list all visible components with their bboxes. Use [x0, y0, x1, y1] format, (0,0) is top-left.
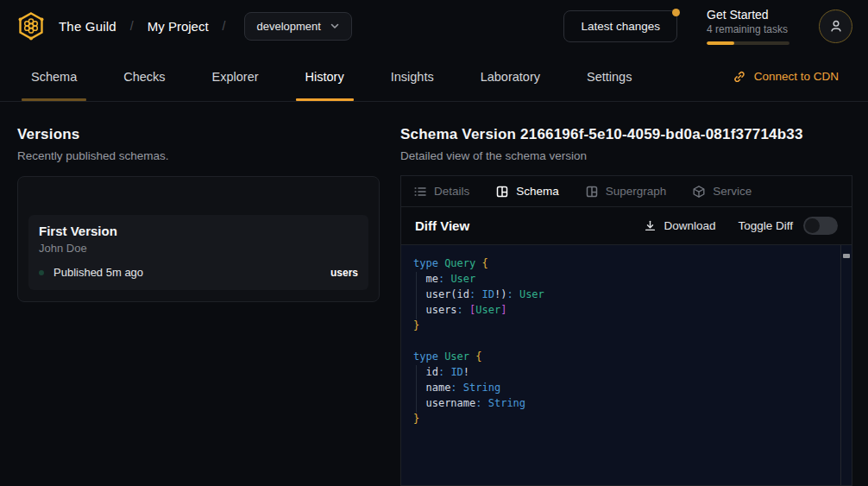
diff-view-header: Diff View Download Toggle D: [401, 207, 852, 245]
tab-settings[interactable]: Settings: [577, 52, 641, 101]
code-block: type Query { me: User user(id: ID!): Use…: [401, 245, 852, 437]
box-icon: [692, 185, 706, 199]
detail-tab-supergraph[interactable]: Supergraph: [585, 185, 667, 199]
breadcrumb-separator: /: [129, 19, 135, 33]
version-name: First Version: [39, 224, 358, 238]
version-status: Published 5m ago: [53, 266, 143, 279]
get-started-widget[interactable]: Get Started 4 remaining tasks: [707, 8, 789, 45]
code-scrollbar-thumb[interactable]: [843, 254, 850, 258]
version-author: John Doe: [39, 242, 358, 255]
avatar[interactable]: [819, 9, 852, 43]
main-nav: Schema Checks Explorer History Insights …: [0, 52, 868, 102]
get-started-title: Get Started: [707, 8, 789, 22]
columns-icon: [585, 185, 599, 199]
project-breadcrumb[interactable]: My Project: [148, 19, 209, 34]
indent-guide: [416, 365, 417, 413]
latest-changes-button[interactable]: Latest changes: [563, 10, 677, 42]
get-started-subtitle: 4 remaining tasks: [707, 23, 789, 35]
list-icon: [413, 185, 427, 199]
guild-logo-icon[interactable]: [16, 10, 47, 41]
tab-underline: [22, 98, 86, 101]
detail-tab-schema[interactable]: Schema: [495, 185, 559, 199]
diff-view-title: Diff View: [415, 218, 469, 233]
indent-guide: [416, 272, 417, 319]
versions-subtitle: Recently published schemas.: [17, 149, 380, 162]
columns-icon: [495, 185, 509, 199]
version-detail-title: Schema Version 2166196f-5e10-4059-bd0a-0…: [400, 126, 852, 143]
service-badge: users: [330, 267, 358, 279]
version-list-item[interactable]: First Version John Doe Published 5m ago …: [28, 215, 368, 290]
toggle-diff-label: Toggle Diff: [738, 219, 793, 232]
detail-tabs: Details Schema: [401, 176, 852, 207]
toggle-knob: [805, 218, 820, 233]
published-status-dot: [39, 270, 44, 275]
chevron-down-icon: [330, 21, 340, 31]
tab-checks[interactable]: Checks: [114, 52, 174, 101]
link-icon: [733, 70, 746, 84]
toggle-diff-switch[interactable]: [803, 217, 838, 235]
connect-to-cdn-link[interactable]: Connect to CDN: [733, 52, 839, 101]
download-icon: [644, 219, 657, 232]
environment-select[interactable]: development: [244, 12, 351, 41]
schema-code-area: type Query { me: User user(id: ID!): Use…: [401, 245, 852, 485]
versions-card: First Version John Doe Published 5m ago …: [17, 176, 380, 302]
code-scrollbar[interactable]: [840, 245, 852, 485]
tab-underline-active: [296, 98, 354, 101]
notification-dot: [672, 9, 680, 16]
version-detail-box: Details Schema: [400, 175, 852, 486]
breadcrumb-separator: /: [221, 19, 228, 33]
version-detail-subtitle: Detailed view of the schema version: [400, 149, 852, 162]
tab-laboratory[interactable]: Laboratory: [471, 52, 550, 101]
org-breadcrumb[interactable]: The Guild: [59, 19, 116, 34]
environment-select-value: development: [256, 20, 320, 33]
versions-panel: Versions Recently published schemas. Fir…: [0, 102, 400, 486]
header: The Guild / My Project / development Lat…: [0, 0, 868, 52]
version-detail-panel: Schema Version 2166196f-5e10-4059-bd0a-0…: [400, 102, 852, 486]
get-started-progress-fill: [707, 41, 734, 45]
tab-history[interactable]: History: [296, 52, 354, 101]
user-icon: [828, 18, 844, 34]
detail-tab-service[interactable]: Service: [692, 185, 752, 199]
download-button[interactable]: Download: [644, 219, 715, 232]
tab-schema[interactable]: Schema: [22, 52, 86, 101]
tab-explorer[interactable]: Explorer: [203, 52, 268, 101]
detail-tab-details[interactable]: Details: [413, 185, 469, 199]
get-started-progress-bar: [707, 41, 789, 45]
tab-insights[interactable]: Insights: [381, 52, 443, 101]
versions-title: Versions: [17, 126, 380, 143]
